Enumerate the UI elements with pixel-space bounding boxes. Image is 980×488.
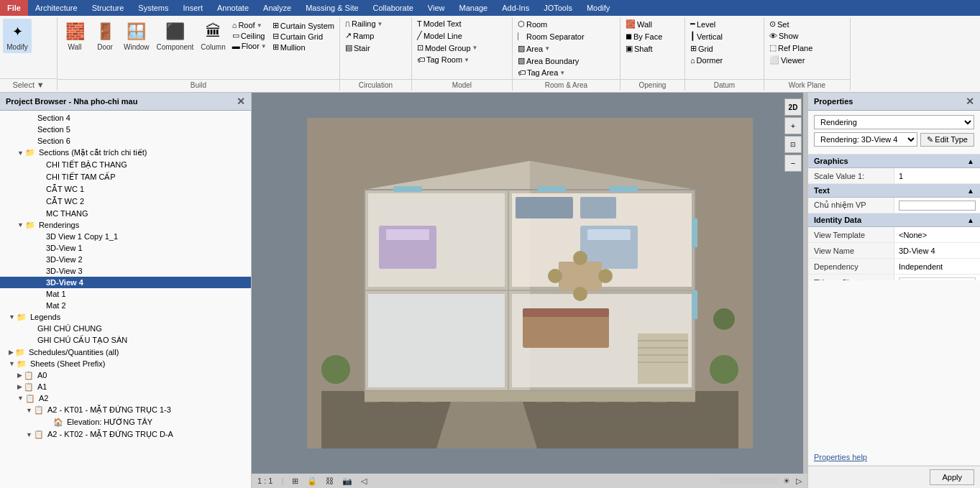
- menu-massing[interactable]: Massing & Site: [298, 2, 365, 14]
- railing-button[interactable]: ⎍ Railing ▼: [343, 19, 385, 29]
- zoom-out-button[interactable]: −: [784, 155, 802, 172]
- list-item[interactable]: 3D View 1 Copy 1_1: [0, 231, 251, 242]
- wall-r-button[interactable]: 🧱 Wall: [623, 19, 654, 29]
- menu-structure[interactable]: Structure: [85, 2, 132, 14]
- list-item[interactable]: CHI TIẾT BẬC THANG: [0, 159, 251, 171]
- modify-button[interactable]: ✦ Modify: [3, 19, 32, 53]
- model-line-button[interactable]: ╱ Model Line: [415, 30, 464, 41]
- component-button[interactable]: ⬛ Component: [154, 19, 197, 53]
- viewer-button[interactable]: ⬜ Viewer: [767, 55, 807, 65]
- list-item[interactable]: 3D-View 1: [0, 242, 251, 254]
- area-boundary-button[interactable]: ▧ Area Boundary: [516, 55, 581, 66]
- list-item[interactable]: MC THANG: [0, 208, 251, 219]
- list-item[interactable]: GHI CHÚ CHUNG: [0, 323, 251, 334]
- expand-arrow[interactable]: ▼: [17, 149, 24, 157]
- expand-arrow[interactable]: ▶: [9, 349, 14, 356]
- room-button[interactable]: ⬡ Room: [516, 19, 549, 29]
- ceiling-button[interactable]: ▭ Ceiling: [230, 30, 269, 41]
- text-section-header[interactable]: Text ▲: [808, 184, 980, 198]
- window-button[interactable]: 🪟 Window: [121, 19, 152, 53]
- apply-button[interactable]: Apply: [930, 469, 974, 485]
- menu-systems[interactable]: Systems: [131, 2, 175, 14]
- chu-nhiem-input[interactable]: [899, 201, 976, 211]
- list-item[interactable]: ▶📋A0: [0, 369, 251, 381]
- room-separator-button[interactable]: ⎸ Room Separator: [516, 31, 587, 42]
- text-arrow[interactable]: ▲: [967, 187, 974, 195]
- zoom-fit-button[interactable]: ⊡: [784, 136, 802, 153]
- expand-arrow[interactable]: ▼: [17, 395, 24, 402]
- list-item[interactable]: ▼📁Sections (Mặt cắt trích chi tiết): [0, 147, 251, 159]
- roof-button[interactable]: ⌂ Roof ▼: [230, 20, 269, 30]
- list-item[interactable]: CẮT WC 2: [0, 195, 251, 208]
- list-item[interactable]: CHI TIẾT TAM CẤP: [0, 171, 251, 183]
- list-item[interactable]: 🏠Elevation: HƯỚNG TÂY: [0, 416, 251, 428]
- grid-button[interactable]: ⊞ Grid: [688, 43, 715, 54]
- list-item[interactable]: ▼📋A2 - KT01 - MẶT ĐỨNG TRỤC 1-3: [0, 404, 251, 416]
- tag-area-button[interactable]: 🏷 Tag Area ▼: [516, 68, 567, 78]
- column-button[interactable]: 🏛 Column: [198, 19, 228, 53]
- menu-collaborate[interactable]: Collaborate: [366, 2, 421, 14]
- 2d-view-button[interactable]: 2D: [784, 98, 802, 116]
- expand-arrow[interactable]: ▼: [9, 313, 15, 321]
- expand-arrow[interactable]: ▼: [9, 360, 15, 367]
- model-group-button[interactable]: ⊡ Model Group ▼: [415, 42, 480, 53]
- nav-arrow[interactable]: ▷: [796, 477, 802, 486]
- list-item[interactable]: 3D-View 2: [0, 254, 251, 265]
- tag-room-button[interactable]: 🏷 Tag Room ▼: [415, 55, 472, 65]
- properties-help[interactable]: Properties help: [808, 450, 873, 465]
- list-item[interactable]: ▼📁Sheets (Sheet Prefix): [0, 358, 251, 369]
- zoom-in-button[interactable]: +: [784, 117, 802, 134]
- list-item[interactable]: Mat 1: [0, 288, 251, 300]
- list-item[interactable]: Mat 2: [0, 300, 251, 311]
- expand-arrow[interactable]: ▼: [26, 407, 32, 414]
- list-item[interactable]: Section 4: [0, 112, 251, 124]
- project-browser-close[interactable]: ✕: [237, 96, 245, 107]
- ramp-button[interactable]: ↗ Ramp: [343, 30, 376, 41]
- list-item[interactable]: ▶📁Schedules/Quantities (all): [0, 346, 251, 358]
- file-menu[interactable]: File: [0, 0, 28, 16]
- graphics-arrow[interactable]: ▲: [967, 157, 974, 165]
- by-face-button[interactable]: ◼ By Face: [623, 31, 664, 42]
- stair-button[interactable]: ▤ Stair: [343, 42, 372, 53]
- ref-plane-button[interactable]: ⬚ Ref Plane: [767, 42, 815, 53]
- menu-analyze[interactable]: Analyze: [256, 2, 298, 14]
- menu-insert[interactable]: Insert: [175, 2, 210, 14]
- viewport[interactable]: 2D + ⊡ − 1 : 1 | ⊞ 🔒 ⛓ 📷 ◁ ☀ ▷: [252, 93, 807, 488]
- list-item[interactable]: 3D-View 3: [0, 265, 251, 277]
- show-button[interactable]: 👁 Show: [767, 31, 801, 41]
- shaft-button[interactable]: ▣ Shaft: [623, 43, 655, 54]
- menu-modify[interactable]: Modify: [580, 2, 617, 14]
- menu-addins[interactable]: Add-Ins: [495, 2, 536, 14]
- properties-close[interactable]: ✕: [966, 96, 974, 107]
- curtain-grid-button[interactable]: ⊟ Curtain Grid: [270, 31, 336, 42]
- expand-arrow[interactable]: ▶: [17, 383, 22, 390]
- mullion-button[interactable]: ⊞ Mullion: [270, 42, 336, 52]
- expand-arrow[interactable]: ▼: [26, 431, 32, 438]
- menu-architecture[interactable]: Architecture: [28, 2, 85, 14]
- type-select[interactable]: Rendering: [814, 115, 974, 129]
- curtain-system-button[interactable]: ⊞ Curtain System: [270, 20, 336, 31]
- dormer-button[interactable]: ⌂ Dormer: [688, 55, 725, 65]
- list-item[interactable]: Section 6: [0, 135, 251, 147]
- list-item[interactable]: ▶📋A1: [0, 381, 251, 392]
- list-item[interactable]: CẮT WC 1: [0, 183, 251, 195]
- list-item[interactable]: Section 5: [0, 124, 251, 135]
- list-item[interactable]: ▼📁Renderings: [0, 219, 251, 231]
- expand-arrow[interactable]: ▼: [17, 221, 24, 229]
- identity-arrow[interactable]: ▲: [967, 216, 974, 224]
- door-button[interactable]: 🚪 Door: [91, 19, 119, 53]
- list-item[interactable]: ▼📋A2 - KT02 - MẶT ĐỨNG TRỤC D-A: [0, 428, 251, 441]
- sun-icon[interactable]: ☀: [783, 477, 790, 486]
- menu-annotate[interactable]: Annotate: [210, 2, 256, 14]
- instance-select[interactable]: Rendering: 3D-View 4: [814, 132, 917, 147]
- wall-button[interactable]: 🧱 Wall: [60, 19, 89, 53]
- menu-view[interactable]: View: [421, 2, 452, 14]
- expand-icon[interactable]: ◁: [361, 477, 367, 486]
- expand-arrow[interactable]: ▶: [17, 372, 22, 379]
- menu-manage[interactable]: Manage: [452, 2, 495, 14]
- splitter-handle[interactable]: [803, 93, 807, 474]
- list-item[interactable]: ▼📋A2: [0, 392, 251, 404]
- menu-jotools[interactable]: JOTools: [536, 2, 580, 14]
- vertical-button[interactable]: ┃ Vertical: [688, 31, 725, 42]
- list-item[interactable]: GHI CHÚ CẤU TẠO SÀN: [0, 334, 251, 346]
